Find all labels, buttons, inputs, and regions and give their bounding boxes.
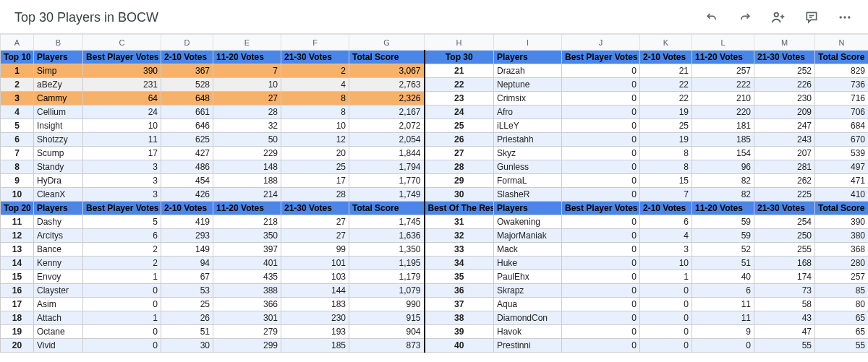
cell[interactable]: aBeZy (34, 78, 83, 92)
cell[interactable]: 22 (640, 78, 692, 92)
cell[interactable]: 367 (161, 64, 213, 78)
cell[interactable]: 8 (281, 105, 349, 119)
cell[interactable]: 59 (692, 229, 754, 243)
cell[interactable]: 30 (425, 188, 494, 202)
col-header-J[interactable]: J (562, 35, 640, 51)
cell[interactable]: 435 (213, 270, 281, 284)
header-headersLeft1-3[interactable]: 2-10 Votes (161, 51, 213, 64)
cell[interactable]: 0 (562, 64, 640, 78)
cell[interactable]: 149 (161, 243, 213, 257)
cell[interactable]: 670 (815, 133, 869, 147)
cell[interactable]: Vivid (34, 339, 83, 353)
cell[interactable]: 225 (754, 188, 815, 202)
cell[interactable]: 5 (83, 215, 161, 229)
cell[interactable]: 33 (425, 243, 494, 257)
cell[interactable]: 99 (281, 243, 349, 257)
comment-icon[interactable] (803, 9, 820, 26)
cell[interactable]: 0 (83, 339, 161, 353)
cell[interactable]: 222 (692, 78, 754, 92)
header-headersLeft2-3[interactable]: 2-10 Votes (161, 202, 213, 215)
cell[interactable]: 51 (161, 325, 213, 339)
cell[interactable]: 528 (161, 78, 213, 92)
cell[interactable]: 0 (83, 298, 161, 311)
cell[interactable]: 181 (692, 119, 754, 133)
cell[interactable]: FormaL (494, 174, 562, 188)
cell[interactable]: 9 (1, 174, 34, 188)
cell[interactable]: 8 (640, 147, 692, 160)
cell[interactable]: Mack (494, 243, 562, 257)
cell[interactable]: 2,763 (349, 78, 425, 92)
cell[interactable]: 101 (281, 257, 349, 270)
cell[interactable]: Afro (494, 105, 562, 119)
cell[interactable]: 226 (754, 78, 815, 92)
cell[interactable]: 22 (425, 78, 494, 92)
cell[interactable]: 646 (161, 119, 213, 133)
cell[interactable]: 58 (754, 298, 815, 311)
cell[interactable]: 2,072 (349, 119, 425, 133)
cell[interactable]: 471 (815, 174, 869, 188)
cell[interactable]: 11 (692, 298, 754, 311)
cell[interactable]: 255 (754, 243, 815, 257)
cell[interactable]: 25 (281, 160, 349, 174)
cell[interactable]: 8 (1, 160, 34, 174)
cell[interactable]: 293 (161, 229, 213, 243)
header-headersLeft2-1[interactable]: Players (34, 202, 83, 215)
cell[interactable]: 28 (425, 160, 494, 174)
cell[interactable]: 27 (281, 229, 349, 243)
cell[interactable]: 0 (562, 325, 640, 339)
cell[interactable]: 15 (1, 270, 34, 284)
cell[interactable]: SlasheR (494, 188, 562, 202)
cell[interactable]: 17 (281, 174, 349, 188)
header-headersLeft1-4[interactable]: 11-20 Votes (213, 51, 281, 64)
cell[interactable]: 0 (562, 339, 640, 353)
cell[interactable]: 648 (161, 92, 213, 105)
cell[interactable]: 1,179 (349, 270, 425, 284)
cell[interactable]: 419 (161, 215, 213, 229)
cell[interactable]: 1,844 (349, 147, 425, 160)
cell[interactable]: 32 (425, 229, 494, 243)
cell[interactable]: 144 (281, 284, 349, 298)
cell[interactable]: 64 (83, 92, 161, 105)
header-headersLeft1-1[interactable]: Players (34, 51, 83, 64)
cell[interactable]: 0 (562, 284, 640, 298)
cell[interactable]: 904 (349, 325, 425, 339)
header-headersRight2-5[interactable]: 21-30 Votes (754, 202, 815, 215)
header-headersLeft1-5[interactable]: 21-30 Votes (281, 51, 349, 64)
cell[interactable]: Skrapz (494, 284, 562, 298)
header-headersRight2-3[interactable]: 2-10 Votes (640, 202, 692, 215)
cell[interactable]: Insight (34, 119, 83, 133)
cell[interactable]: 625 (161, 133, 213, 147)
cell[interactable]: 185 (281, 339, 349, 353)
cell[interactable]: 0 (562, 243, 640, 257)
cell[interactable]: 52 (692, 243, 754, 257)
cell[interactable]: 1,749 (349, 188, 425, 202)
cell[interactable]: Scump (34, 147, 83, 160)
cell[interactable]: 1,745 (349, 215, 425, 229)
header-headersRight1-4[interactable]: 11-20 Votes (692, 51, 754, 64)
cell[interactable]: 47 (754, 325, 815, 339)
header-headersRight1-1[interactable]: Players (494, 51, 562, 64)
cell[interactable]: 539 (815, 147, 869, 160)
cell[interactable]: 30 (161, 339, 213, 353)
cell[interactable]: 0 (640, 325, 692, 339)
cell[interactable]: 19 (1, 325, 34, 339)
cell[interactable]: Octane (34, 325, 83, 339)
cell[interactable]: 17 (1, 298, 34, 311)
cell[interactable]: 29 (425, 174, 494, 188)
cell[interactable]: 8 (281, 92, 349, 105)
cell[interactable]: 736 (815, 78, 869, 92)
cell[interactable]: 148 (213, 160, 281, 174)
cell[interactable]: 24 (83, 105, 161, 119)
cell[interactable]: 716 (815, 92, 869, 105)
col-header-G[interactable]: G (349, 35, 425, 51)
cell[interactable]: Neptune (494, 78, 562, 92)
cell[interactable]: Crimsix (494, 92, 562, 105)
cell[interactable]: 0 (640, 311, 692, 325)
cell[interactable]: 37 (425, 298, 494, 311)
cell[interactable]: 257 (815, 270, 869, 284)
cell[interactable]: 2 (83, 257, 161, 270)
cell[interactable]: 43 (754, 311, 815, 325)
col-header-A[interactable]: A (1, 35, 34, 51)
cell[interactable]: 25 (161, 298, 213, 311)
header-headersRight2-6[interactable]: Total Score (815, 202, 869, 215)
